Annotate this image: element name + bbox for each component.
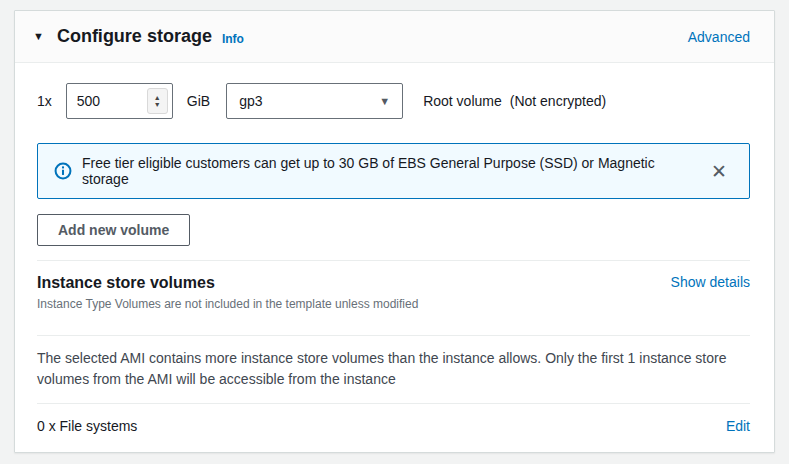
instance-store-header: Instance store volumes Show details: [37, 274, 750, 292]
advanced-link[interactable]: Advanced: [688, 29, 750, 45]
show-details-link[interactable]: Show details: [671, 274, 750, 290]
alert-close-button[interactable]: ✕: [703, 160, 735, 183]
stepper-up-icon[interactable]: ▲: [154, 94, 161, 101]
alert-message: Free tier eligible customers can get up …: [82, 155, 703, 187]
volume-size-stepper[interactable]: ▲ ▼: [147, 88, 168, 114]
divider: [37, 403, 750, 404]
divider: [37, 260, 750, 261]
instance-store-subtitle: Instance Type Volumes are not included i…: [37, 297, 750, 311]
add-new-volume-button[interactable]: Add new volume: [37, 214, 190, 246]
instance-store-title: Instance store volumes: [37, 274, 215, 292]
collapse-caret-icon[interactable]: ▼: [33, 31, 44, 42]
volume-unit-label: GiB: [187, 93, 210, 109]
divider: [37, 335, 750, 336]
select-caret-icon: ▼: [379, 95, 390, 107]
stepper-down-icon[interactable]: ▼: [154, 101, 161, 108]
volume-type-select[interactable]: gp3 ▼: [226, 83, 403, 119]
encryption-status-label: (Not encrypted): [510, 93, 606, 109]
configure-storage-panel: ▼ Configure storage Info Advanced 1x ▲ ▼…: [14, 10, 775, 453]
close-icon: ✕: [711, 161, 727, 182]
root-volume-label: Root volume: [423, 93, 502, 109]
file-systems-row: 0 x File systems Edit: [37, 418, 750, 434]
root-volume-row: 1x ▲ ▼ GiB gp3 ▼ Root volume (Not encryp…: [37, 83, 750, 119]
panel-header[interactable]: ▼ Configure storage Info Advanced: [15, 11, 774, 63]
file-systems-label: 0 x File systems: [37, 418, 137, 434]
edit-file-systems-link[interactable]: Edit: [726, 418, 750, 434]
info-circle-icon: [54, 162, 72, 180]
free-tier-info-alert: Free tier eligible customers can get up …: [37, 143, 750, 199]
panel-body: 1x ▲ ▼ GiB gp3 ▼ Root volume (Not encryp…: [15, 63, 774, 452]
ami-warning-text: The selected AMI contains more instance …: [37, 348, 750, 390]
panel-title: Configure storage: [57, 26, 212, 47]
volume-count-label: 1x: [37, 93, 52, 109]
info-link[interactable]: Info: [222, 32, 244, 46]
volume-type-value: gp3: [239, 93, 262, 109]
volume-size-field-wrap: ▲ ▼: [66, 83, 173, 119]
